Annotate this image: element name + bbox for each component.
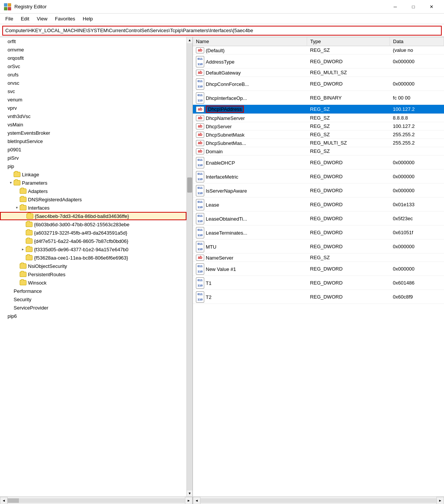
tree-horizontal-scrollbar[interactable]: ◄ ► xyxy=(0,497,193,504)
tree-item[interactable]: ystemEventsBroker xyxy=(0,129,186,137)
reg-icon: ab DhcpSubnetMas... xyxy=(196,140,246,146)
tree-item[interactable]: p0901 xyxy=(0,145,186,154)
tree-item[interactable]: NsiObjectSecurity xyxy=(0,262,186,270)
table-row[interactable]: ab DhcpSubnetMas...REG_MULTI_SZ255.255.2 xyxy=(193,139,444,147)
table-row[interactable]: 011110 DhcpInterfaceOp...REG_BINARYfc 00… xyxy=(193,91,444,105)
tree-item[interactable]: Linkage xyxy=(0,170,186,179)
window-controls: ─ □ ✕ xyxy=(387,1,440,12)
table-row[interactable]: ab DomainREG_SZ xyxy=(193,147,444,156)
tree-item[interactable]: ▸{f3335d05-de96-4377-b1e2-94a157e647b0 xyxy=(0,245,186,254)
tree-item[interactable]: {a6032719-322f-45fb-a4f3-da2643591a5d} xyxy=(0,229,186,237)
tree-item[interactable]: pip6 xyxy=(0,312,186,320)
tree-item[interactable]: orvsc xyxy=(0,79,186,87)
tree-item[interactable]: vprv xyxy=(0,104,186,112)
tree-item[interactable]: ▾Interfaces xyxy=(0,204,186,212)
cell-data: fc 00 00 xyxy=(390,91,444,105)
table-row[interactable]: 011110 LeaseREG_DWORD0x01e133 xyxy=(193,198,444,212)
table-row[interactable]: 011110 New Value #1REG_DWORD0x000000 xyxy=(193,262,444,276)
menu-file[interactable]: File xyxy=(2,15,17,23)
tree-item[interactable]: orufs xyxy=(0,70,186,79)
minimize-button[interactable]: ─ xyxy=(387,1,404,12)
tree-item[interactable]: pip xyxy=(0,162,186,170)
tree-item[interactable]: Performance xyxy=(0,287,186,295)
tree-item[interactable]: Security xyxy=(0,295,186,303)
table-row[interactable]: 011110 EnableDHCPREG_DWORD0x000000 xyxy=(193,156,444,170)
tree-item-label: Interfaces xyxy=(28,205,50,211)
cell-data: 0x5f23ec xyxy=(390,212,444,226)
table-row[interactable]: 011110 LeaseTerminates...REG_DWORD0x6105… xyxy=(193,226,444,240)
values-horizontal-scrollbar[interactable]: ◄ ► xyxy=(193,497,444,504)
cell-name: 011110 IsServerNapAware xyxy=(193,184,307,198)
table-row[interactable]: ab DhcpServerREG_SZ100.127.2 xyxy=(193,122,444,131)
tree-item[interactable]: vsMain xyxy=(0,120,186,129)
cell-type: REG_DWORD xyxy=(307,276,390,290)
h-scroll-track[interactable] xyxy=(8,498,185,503)
tree-item[interactable]: orqosflt xyxy=(0,54,186,62)
tree-item[interactable]: vnth3dVsc xyxy=(0,112,186,120)
address-input[interactable] xyxy=(2,26,442,36)
values-scroll-left[interactable]: ◄ xyxy=(193,497,200,504)
scroll-thumb[interactable] xyxy=(187,177,192,193)
reg-icon: ab DhcpSubnetMask xyxy=(196,132,245,138)
scroll-track[interactable] xyxy=(187,43,193,490)
table-row[interactable]: 011110 DhcpConnForceB...REG_DWORD0x00000… xyxy=(193,77,444,91)
menu-view[interactable]: View xyxy=(33,15,51,23)
tree-item[interactable]: svc xyxy=(0,87,186,95)
scroll-up-button[interactable]: ▲ xyxy=(187,37,193,43)
close-button[interactable]: ✕ xyxy=(423,1,440,12)
table-row[interactable]: 011110 InterfaceMetricREG_DWORD0x000000 xyxy=(193,170,444,184)
tree-item[interactable]: PersistentRoutes xyxy=(0,270,186,278)
tree-item[interactable]: DNSRegisteredAdapters xyxy=(0,195,186,204)
table-row[interactable]: 011110 IsServerNapAwareREG_DWORD0x000000 xyxy=(193,184,444,198)
table-row[interactable]: 011110 T2REG_DWORD0x60c8f9 xyxy=(193,290,444,304)
expand-icon[interactable]: ▾ xyxy=(8,180,14,186)
folder-icon xyxy=(14,180,20,185)
tree-item-label: {a6032719-322f-45fb-a4f3-da2643591a5d} xyxy=(34,230,127,236)
tree-item[interactable]: {6b03bd6d-3d00-47bb-8052-15563c283ebe xyxy=(0,220,186,229)
maximize-button[interactable]: □ xyxy=(405,1,422,12)
values-h-scroll-track[interactable] xyxy=(200,498,436,503)
folder-icon xyxy=(20,272,26,277)
tree-item[interactable]: ▾Parameters xyxy=(0,179,186,187)
tree-item[interactable]: {5aec4beb-7dd3-426a-86bd-ba8d34636ffe} xyxy=(0,212,186,220)
table-row[interactable]: ab DhcpIPAddressREG_SZ100.127.2 xyxy=(193,105,444,114)
tree-item[interactable]: venum xyxy=(0,95,186,104)
menu-favorites[interactable]: Favorites xyxy=(51,15,79,23)
tree-item[interactable]: ornvme xyxy=(0,45,186,54)
scroll-down-button[interactable]: ▼ xyxy=(187,490,193,496)
binary-icon: 011110 xyxy=(196,213,204,224)
tree-item[interactable]: orflt xyxy=(0,37,186,45)
table-header-row: Name Type Data xyxy=(193,37,444,46)
values-scroll-right[interactable]: ► xyxy=(436,497,444,504)
tree-item[interactable]: bletInputService xyxy=(0,137,186,145)
tree-item-label: {f53628aa-cee1-11ea-bc86-806e6f6e6963} xyxy=(34,255,128,261)
table-row[interactable]: 011110 MTUREG_DWORD0x000000 xyxy=(193,240,444,254)
tree-item[interactable]: piSrv xyxy=(0,154,186,162)
table-row[interactable]: ab DhcpNameServerREG_SZ8.8.8.8 xyxy=(193,114,444,122)
tree-item[interactable]: orSvc xyxy=(0,62,186,70)
tree-vertical-scrollbar[interactable]: ▲ ▼ xyxy=(186,37,193,496)
menu-help[interactable]: Help xyxy=(79,15,97,23)
reg-icon: ab DhcpIPAddress xyxy=(196,106,244,113)
scroll-right-button[interactable]: ► xyxy=(185,497,193,504)
table-row[interactable]: 011110 AddressTypeREG_DWORD0x000000 xyxy=(193,54,444,68)
cell-type: REG_DWORD xyxy=(307,212,390,226)
tree-item[interactable]: {d4f7e571-6a22-4a06-8605-7b87cfb0bd06} xyxy=(0,237,186,245)
cell-type: REG_DWORD xyxy=(307,184,390,198)
tree-item[interactable]: {f53628aa-cee1-11ea-bc86-806e6f6e6963} xyxy=(0,254,186,262)
table-row[interactable]: ab NameServerREG_SZ xyxy=(193,254,444,262)
table-row[interactable]: ab DhcpSubnetMaskREG_SZ255.255.2 xyxy=(193,131,444,139)
h-scroll-thumb[interactable] xyxy=(8,498,19,503)
tree-item-label: Security xyxy=(14,297,31,302)
expand-icon[interactable]: ▸ xyxy=(20,246,26,252)
tree-item[interactable]: ServiceProvider xyxy=(0,303,186,312)
scroll-left-button[interactable]: ◄ xyxy=(0,497,8,504)
table-row[interactable]: ab DefaultGatewayREG_MULTI_SZ xyxy=(193,68,444,77)
menu-edit[interactable]: Edit xyxy=(17,15,33,23)
table-row[interactable]: 011110 T1REG_DWORD0x601486 xyxy=(193,276,444,290)
table-row[interactable]: 011110 LeaseObtainedTi...REG_DWORD0x5f23… xyxy=(193,212,444,226)
tree-item[interactable]: Winsock xyxy=(0,278,186,287)
expand-icon[interactable]: ▾ xyxy=(14,205,20,211)
tree-item[interactable]: Adapters xyxy=(0,187,186,195)
table-row[interactable]: ab (Default)REG_SZ(value no xyxy=(193,46,444,54)
